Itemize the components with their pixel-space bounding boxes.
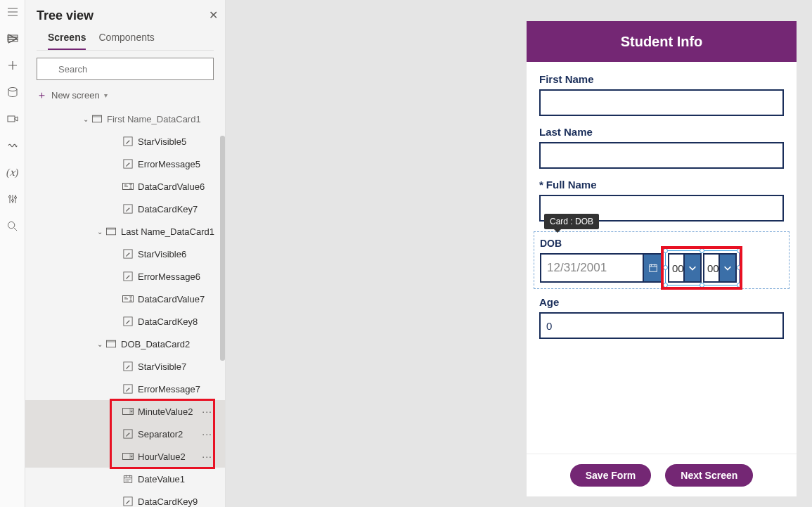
pencil-icon (122, 136, 134, 147)
dob-data-card[interactable]: Card : DOB DOB 12/31/2001 00 (534, 231, 790, 289)
tree-item-label: MinuteValue2 (138, 406, 193, 417)
search-input[interactable] (37, 58, 214, 80)
left-rail: (𝑥) (0, 0, 25, 507)
svg-rect-4 (8, 116, 15, 122)
tree-item-label: DataCardValue7 (138, 294, 205, 304)
age-input[interactable] (539, 312, 784, 339)
tree-item[interactable]: StarVisible5 (25, 130, 225, 153)
chevron-down-icon (683, 253, 702, 283)
more-icon[interactable]: ··· (202, 428, 212, 439)
tree-item[interactable]: StarVisible7 (25, 355, 225, 378)
new-screen-button[interactable]: ＋ New screen ▾ (25, 84, 225, 108)
tree-item-label: ErrorMessage7 (138, 384, 200, 394)
chevron-down-icon (718, 253, 737, 283)
pencil-icon (122, 428, 134, 439)
hamburger-icon[interactable] (6, 5, 20, 19)
first-name-input[interactable] (539, 89, 784, 116)
media-icon[interactable] (6, 112, 20, 126)
tree-item-label: DataCardKey9 (138, 496, 198, 507)
plus-icon: ＋ (37, 89, 47, 102)
tree-item[interactable]: ErrorMessage6 (25, 265, 225, 288)
tree-item[interactable]: ErrorMessage5 (25, 153, 225, 175)
next-button[interactable]: Next Screen (665, 464, 753, 487)
tree-item-label: ErrorMessage5 (138, 159, 200, 169)
close-icon[interactable]: ✕ (209, 8, 218, 22)
svg-point-5 (8, 196, 11, 198)
card-icon (105, 226, 117, 237)
tree-body: ⌄First Name_DataCard1StarVisible5ErrorMe… (25, 108, 225, 507)
chevron-down-icon: ▾ (104, 91, 108, 99)
tree-item-label: DataCardValue6 (138, 181, 205, 192)
tree-item-label: DateValue1 (138, 474, 185, 484)
settings-icon[interactable] (6, 192, 20, 206)
tree-item[interactable]: ErrorMessage7 (25, 378, 225, 400)
tree-item[interactable]: ⌄DOB_DataCard2 (25, 333, 225, 355)
card-icon (105, 338, 117, 349)
tree-item-label: DataCardKey8 (138, 316, 198, 327)
chevron-down-icon: ⌄ (96, 340, 104, 348)
tree-item-label: HourValue2 (138, 451, 186, 462)
pencil-icon (122, 316, 134, 327)
chevron-down-icon: ⌄ (82, 115, 90, 123)
variables-icon[interactable]: (𝑥) (6, 165, 20, 179)
tree-item[interactable]: StarVisible6 (25, 243, 225, 265)
tree-item-label: Last Name_DataCard1 (121, 226, 214, 237)
tree-item[interactable]: DataCardValue6 (25, 175, 225, 198)
tree-view-panel: Tree view ✕ Screens Components ＋ New scr… (25, 0, 226, 507)
more-icon[interactable]: ··· (202, 406, 212, 417)
tree-view-icon[interactable] (6, 32, 20, 46)
full-name-label: *Full Name (539, 179, 784, 191)
hour-dropdown[interactable]: 00 (668, 253, 702, 283)
minute-dropdown[interactable]: 00 (703, 253, 737, 283)
tree-item[interactable]: DateValue1 (25, 468, 225, 490)
last-name-input[interactable] (539, 142, 784, 169)
tree-item[interactable]: Separator2··· (25, 423, 225, 445)
tree-item-label: Separator2 (138, 429, 183, 439)
tree-item[interactable]: MinuteValue2··· (25, 400, 225, 423)
insert-icon[interactable] (6, 58, 20, 72)
age-label: Age (539, 296, 784, 308)
search-rail-icon[interactable] (6, 219, 20, 233)
tree-item[interactable]: DataCardKey9 (25, 490, 225, 507)
tree-item-label: First Name_DataCard1 (107, 114, 201, 124)
svg-point-6 (11, 200, 13, 202)
chevron-down-icon: ⌄ (96, 228, 104, 236)
pencil-icon (122, 361, 134, 372)
tree-item-label: StarVisible5 (138, 136, 186, 147)
tree-item-label: StarVisible7 (138, 361, 186, 372)
calendar-icon (122, 473, 134, 484)
tree-item[interactable]: HourValue2··· (25, 445, 225, 468)
new-screen-label: New screen (51, 90, 100, 101)
dob-label: DOB (540, 238, 783, 249)
dropdown-icon (122, 406, 134, 417)
tree-item[interactable]: ⌄Last Name_DataCard1 (25, 220, 225, 243)
first-name-label: First Name (539, 73, 784, 85)
tree-item[interactable]: DataCardKey8 (25, 310, 225, 333)
textbox-icon (122, 293, 134, 304)
tree-item[interactable]: ⌄First Name_DataCard1 (25, 108, 225, 130)
save-button[interactable]: Save Form (570, 464, 652, 487)
svg-rect-17 (106, 228, 115, 230)
pencil-icon (122, 496, 134, 507)
tree-item[interactable]: DataCardKey7 (25, 198, 225, 220)
tree-item-label: StarVisible6 (138, 249, 186, 259)
tree-item[interactable]: DataCardValue7 (25, 288, 225, 310)
svg-rect-11 (92, 115, 101, 117)
form-header: Student Info (527, 21, 797, 62)
more-icon[interactable]: ··· (202, 451, 212, 462)
canvas-area[interactable]: Student Info First Name Last Name *Full … (226, 0, 812, 507)
dob-date-input[interactable]: 12/31/2001 (540, 253, 644, 283)
tree-item-label: DataCardKey7 (138, 204, 198, 214)
card-tooltip: Card : DOB (544, 214, 599, 229)
textbox-icon (122, 181, 134, 192)
tree-item-label: ErrorMessage6 (138, 271, 200, 282)
svg-point-7 (14, 197, 16, 199)
tab-components[interactable]: Components (98, 32, 154, 50)
flows-icon[interactable] (6, 139, 20, 153)
dropdown-icon (122, 451, 134, 462)
data-icon[interactable] (6, 85, 20, 99)
svg-rect-35 (650, 265, 657, 272)
svg-point-3 (8, 88, 17, 91)
calendar-icon[interactable] (644, 253, 664, 283)
tab-screens[interactable]: Screens (48, 32, 86, 50)
